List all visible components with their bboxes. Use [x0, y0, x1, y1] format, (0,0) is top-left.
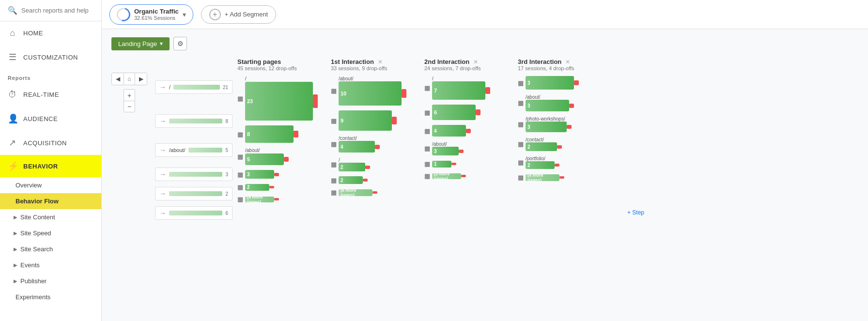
source-arrow-icon-4: →: [159, 190, 166, 198]
search-bar: 🔍: [0, 0, 101, 21]
int1-drop-0: [402, 89, 406, 98]
int3-green-2: 3: [526, 122, 567, 132]
sidebar-item-customization[interactable]: ☰ CUSTOMIZATION: [0, 45, 101, 69]
int1-drop-4: [363, 179, 368, 182]
search-input[interactable]: [21, 7, 93, 14]
int1-icon-0: ▦: [331, 87, 337, 94]
int2-bar-3[interactable]: ▦ /about/ 3: [424, 141, 509, 155]
int3-green-3: 2: [526, 142, 557, 151]
int2-bar-4[interactable]: ▦ 1: [424, 160, 509, 168]
pan-right-button[interactable]: ▶: [135, 73, 147, 85]
int2-green-5: (3 more pages): [432, 173, 461, 179]
sidebar-sub-experiments[interactable]: Experiments: [0, 289, 101, 305]
sidebar-sub-events[interactable]: ▶ Events: [0, 257, 101, 273]
interaction1-close[interactable]: ✕: [378, 59, 383, 65]
zoom-out-button[interactable]: −: [124, 101, 135, 112]
starting-bar-green-2: 5: [245, 153, 284, 165]
add-segment-button[interactable]: + + Add Segment: [201, 5, 276, 24]
add-step-button[interactable]: + Step: [623, 207, 648, 226]
source-node-1[interactable]: → 8: [155, 114, 232, 128]
sidebar-item-audience[interactable]: 👤 AUDIENCE: [0, 107, 101, 131]
source-node-5[interactable]: → 6: [155, 206, 232, 220]
int3-bar-1[interactable]: ▦ /about/ 3: [518, 94, 615, 111]
flow-settings-button[interactable]: ⚙: [173, 37, 187, 50]
starting-page-bar-1[interactable]: ▦ 8: [237, 125, 322, 143]
int1-bar-3[interactable]: ▦ / 2: [331, 157, 416, 171]
int2-bar-1[interactable]: ▦ 6: [424, 105, 509, 120]
starting-page-bar-2[interactable]: ▦ /about/ 5: [237, 148, 322, 165]
int3-icon-5: ▦: [518, 174, 524, 181]
zoom-in-button[interactable]: +: [124, 89, 135, 101]
segment-circle: [114, 5, 133, 23]
landing-page-dropdown[interactable]: Landing Page ▾: [111, 37, 170, 50]
sidebar-sub-site-speed[interactable]: ▶ Site Speed: [0, 225, 101, 241]
sidebar-item-acquisition[interactable]: ↗ ACQUISITION: [0, 131, 101, 155]
sidebar-sub-behavior-flow[interactable]: Behavior Flow: [0, 193, 101, 209]
flow-section: Landing Page ▾ ⚙ ◀ ⌂ ▶ +: [102, 29, 868, 321]
int2-green-2: 4: [432, 125, 466, 137]
interaction2-close[interactable]: ✕: [473, 59, 478, 65]
reports-section-label: Reports: [0, 69, 101, 83]
int2-bar-5[interactable]: ▦ (3 more pages): [424, 172, 509, 180]
sidebar-item-home[interactable]: ⌂ HOME: [0, 21, 101, 45]
segment-chip-organic[interactable]: Organic Traffic 32.61% Sessions ▾: [109, 4, 193, 25]
int1-bar-1[interactable]: ▦ 9: [331, 110, 416, 131]
int3-bar-0[interactable]: ▦ 3: [518, 76, 615, 90]
int3-icon-2: ▦: [518, 121, 524, 128]
sidebar-item-customization-label: CUSTOMIZATION: [23, 54, 78, 61]
source-gap-2: [155, 134, 232, 143]
source-nodes-column: → / 21 → 8 → /: [155, 58, 232, 226]
int3-icon-0: ▦: [518, 79, 524, 87]
interaction3-close[interactable]: ✕: [565, 59, 570, 65]
starting-page-bar-5[interactable]: ▦ (4 more pages): [237, 196, 322, 203]
int1-bar-0[interactable]: ▦ /about/ 10: [331, 76, 416, 106]
int1-green-3: 2: [339, 163, 365, 171]
source-node-4[interactable]: → 2: [155, 187, 232, 200]
sidebar-sub-publisher[interactable]: ▶ Publisher: [0, 273, 101, 289]
int1-bar-4[interactable]: ▦ 2: [331, 176, 416, 184]
interaction1-header: 1st Interaction ✕ 33 sessions, 9 drop-of…: [331, 58, 416, 71]
int2-bar-0[interactable]: ▦ / 7: [424, 76, 509, 100]
source-node-3[interactable]: → 3: [155, 168, 232, 181]
sidebar-sub-site-content[interactable]: ▶ Site Content: [0, 209, 101, 225]
sidebar-item-realtime-label: REAL-TIME: [23, 91, 59, 98]
int3-bar-2[interactable]: ▦ /photo-workshops/ 3: [518, 116, 615, 132]
int2-icon-4: ▦: [424, 160, 430, 168]
interaction3-column: 3rd Interaction ✕ 17 sessions, 4 drop-of…: [518, 58, 615, 186]
source-node-2[interactable]: → /about/ 5: [155, 143, 232, 157]
starting-page-bar-3[interactable]: ▦ 3: [237, 170, 322, 179]
pan-home-button[interactable]: ⌂: [124, 73, 135, 85]
int1-green-1: 9: [339, 110, 392, 131]
segment-dropdown-arrow[interactable]: ▾: [183, 11, 186, 18]
drop-red-0: [313, 94, 318, 108]
starting-page-bar-0[interactable]: ▦ / 23: [237, 76, 322, 121]
drop-red-5: [274, 198, 279, 200]
source-bar-2: [188, 148, 223, 153]
sidebar-sub-overview[interactable]: Overview: [0, 177, 101, 193]
sidebar-sub-site-search[interactable]: ▶ Site Search: [0, 241, 101, 257]
sidebar-item-realtime[interactable]: ⏱ REAL-TIME: [0, 83, 101, 107]
int3-drop-5: [559, 176, 564, 179]
source-node-0[interactable]: → / 21: [155, 80, 232, 94]
starting-bar-green-3: 3: [245, 170, 274, 179]
expand-arrow-site-search: ▶: [14, 246, 17, 252]
source-header: [155, 58, 232, 76]
int2-icon-3: ▦: [424, 145, 430, 152]
source-gap-3: [155, 163, 232, 168]
int3-bar-4[interactable]: ▦ /portfolio/ 2: [518, 156, 615, 169]
int1-bar-5[interactable]: ▦ (6 more pages): [331, 189, 416, 196]
int3-drop-1: [569, 104, 574, 108]
starting-page-bar-4[interactable]: ▦ 2: [237, 183, 322, 191]
int1-green-2: 4: [339, 141, 375, 153]
int3-bar-3[interactable]: ▦ /contact/ 2: [518, 137, 615, 151]
int1-icon-1: ▦: [331, 117, 337, 124]
source-arrow-icon-3: →: [159, 170, 166, 178]
pan-left-button[interactable]: ◀: [112, 73, 124, 85]
int1-bar-2[interactable]: ▦ /contact/ 4: [331, 136, 416, 153]
sidebar-item-home-label: HOME: [23, 30, 43, 37]
int2-bar-2[interactable]: ▦ 4: [424, 125, 509, 137]
int1-icon-4: ▦: [331, 177, 337, 184]
sidebar-item-behavior[interactable]: ⚡ BEHAVIOR: [0, 155, 101, 177]
int3-bar-5[interactable]: ▦ (4 more pages): [518, 174, 615, 181]
starting-bar-green-1: 8: [245, 125, 294, 143]
